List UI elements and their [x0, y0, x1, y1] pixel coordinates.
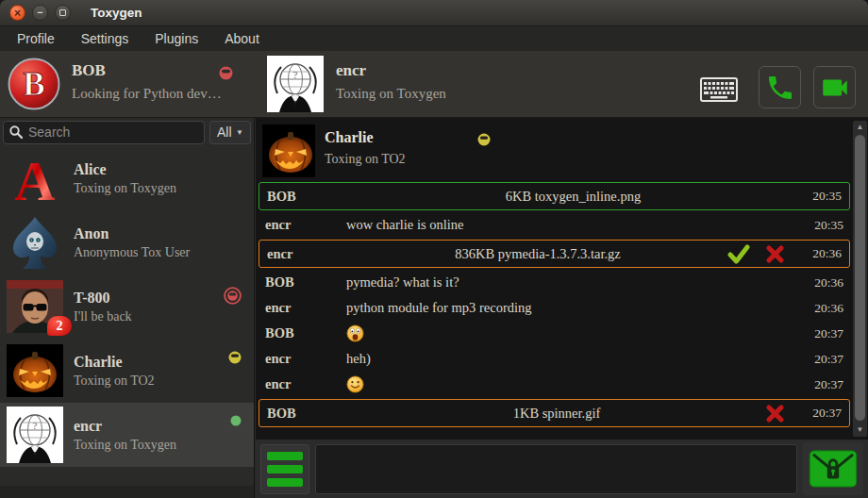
chat-scrollbar[interactable]: ▲ ▼ [853, 121, 867, 437]
contact-filter-dropdown[interactable]: All ▼ [209, 121, 251, 144]
peer-avatar [262, 124, 315, 177]
close-button[interactable]: × [9, 5, 25, 21]
contact-status-icon [224, 287, 242, 305]
search-icon [8, 124, 24, 140]
svg-text:B: B [23, 66, 44, 103]
message-row: encr 20:37 [258, 372, 851, 397]
menu-settings[interactable]: Settings [68, 26, 142, 51]
peer-status-icon [477, 133, 491, 146]
decline-file-button[interactable] [765, 404, 785, 423]
chat-panel: Charlie Toxing on TO2 BOB 6KB toxygen_in… [256, 118, 868, 440]
contact-list-item[interactable]: 2 T-800 I'll be back [0, 274, 254, 339]
message-time: 20:36 [800, 275, 843, 290]
smiley-smile-icon [346, 375, 364, 393]
video-call-button[interactable] [813, 66, 856, 108]
contact-status-icon [228, 351, 242, 364]
conversation-name: encr [336, 61, 366, 80]
contact-list-item[interactable]: A Alice Toxing on Toxygen [0, 146, 254, 210]
message-sender: encr [265, 376, 346, 392]
message-row: encr 836KB pymedia-1.3.7.3.tar.gz 20:36 [259, 240, 850, 268]
minimize-button[interactable]: − [32, 5, 48, 21]
message-row: BOB pymedia? what is it? 20:36 [258, 270, 851, 295]
contact-list-item[interactable]: Anon Anonymous Tox User [0, 210, 254, 274]
search-box[interactable] [3, 121, 205, 144]
self-name: BOB [72, 61, 106, 80]
message-time: 20:35 [800, 218, 843, 233]
audio-call-button[interactable] [759, 66, 801, 108]
contact-list: A Alice Toxing on Toxygen Anon Anonymous… [0, 146, 254, 467]
contact-status-message: Toxing on Toxygen [74, 438, 176, 453]
screen-keyboard-button[interactable] [699, 76, 739, 103]
menubar: Profile Settings Plugins About [0, 26, 868, 51]
check-icon [727, 244, 750, 264]
conversation-avatar: ? [267, 56, 324, 112]
contact-list-item[interactable]: Charlie Toxing on TO2 [0, 339, 254, 403]
menu-plugins[interactable]: Plugins [142, 26, 211, 51]
encrypted-send-icon [808, 448, 859, 490]
svg-text:?: ? [33, 420, 38, 431]
toxygen-window: × − Toxygen Profile Settings Plugins Abo… [0, 0, 868, 498]
chat-peer-block: Charlie Toxing on TO2 [262, 124, 745, 178]
unread-badge: 2 [47, 316, 72, 336]
message-time: 20:37 [800, 352, 843, 367]
message-sender: encr [267, 246, 348, 262]
self-avatar[interactable]: B [8, 58, 60, 110]
message-sender: encr [265, 351, 346, 367]
search-input[interactable] [28, 124, 199, 140]
phone-icon [765, 73, 795, 103]
filter-value: All [217, 124, 232, 140]
message-row: BOB 1KB spinner.gif 20:37 [259, 399, 850, 427]
scroll-up-arrow[interactable]: ▲ [853, 121, 867, 134]
maximize-icon [59, 9, 66, 16]
self-status-icon [219, 66, 233, 80]
message-body: heh) [346, 351, 800, 367]
contact-avatar: ? [6, 406, 64, 464]
svg-text:A: A [14, 150, 55, 207]
message-bar [256, 440, 868, 498]
contact-status-message: Toxing on Toxygen [74, 181, 176, 196]
contact-avatar: A [6, 149, 64, 208]
window-title: Toxygen [91, 6, 142, 20]
peer-status-message: Toxing on TO2 [325, 152, 406, 167]
message-time: 20:35 [798, 189, 842, 204]
peer-name: Charlie [325, 129, 374, 146]
contact-name: Charlie [74, 354, 155, 371]
chevron-down-icon: ▼ [236, 128, 243, 137]
menu-about[interactable]: About [211, 26, 273, 51]
message-body: 1KB spinner.gif [348, 406, 765, 422]
maximize-button[interactable] [55, 5, 71, 21]
message-body: wow charlie is online [346, 217, 800, 233]
message-input[interactable] [315, 444, 797, 494]
cross-icon [765, 244, 785, 264]
titlebar[interactable]: × − Toxygen [0, 0, 868, 26]
message-row: encr python module for mp3 recording 20:… [258, 295, 851, 321]
contact-name: T-800 [74, 290, 132, 307]
message-sender: BOB [267, 406, 348, 422]
message-body [346, 324, 800, 342]
message-time: 20:37 [798, 406, 842, 421]
menu-profile[interactable]: Profile [4, 26, 68, 51]
message-sender: BOB [265, 274, 346, 290]
send-message-button[interactable] [803, 442, 863, 495]
contact-status-icon [230, 415, 242, 426]
message-body: 836KB pymedia-1.3.7.3.tar.gz [348, 246, 727, 262]
message-list: BOB 6KB toxygen_inline.png 20:35 encr wo… [258, 180, 851, 438]
hamburger-icon [267, 452, 303, 460]
conversation-status-message: Toxing on Toxygen [336, 86, 446, 102]
message-time: 20:36 [800, 301, 843, 316]
message-body [346, 375, 800, 393]
attachments-menu-button[interactable] [260, 444, 309, 494]
contact-avatar [6, 341, 64, 400]
contact-list-item[interactable]: ? encr Toxing on Toxygen [0, 403, 254, 467]
contact-avatar [6, 213, 64, 272]
file-actions [765, 404, 785, 423]
scroll-down-arrow[interactable]: ▼ [853, 423, 867, 437]
header: B BOB Looking for Python dev… ? encr Tox… [0, 51, 868, 118]
cross-icon [765, 404, 785, 423]
accept-file-button[interactable] [727, 244, 750, 264]
decline-file-button[interactable] [765, 244, 785, 264]
message-row: BOB 20:37 [258, 321, 851, 346]
scrollbar-thumb[interactable] [855, 135, 865, 421]
self-status-message: Looking for Python dev… [72, 86, 222, 102]
contact-status-message: Anonymous Tox User [74, 245, 190, 260]
